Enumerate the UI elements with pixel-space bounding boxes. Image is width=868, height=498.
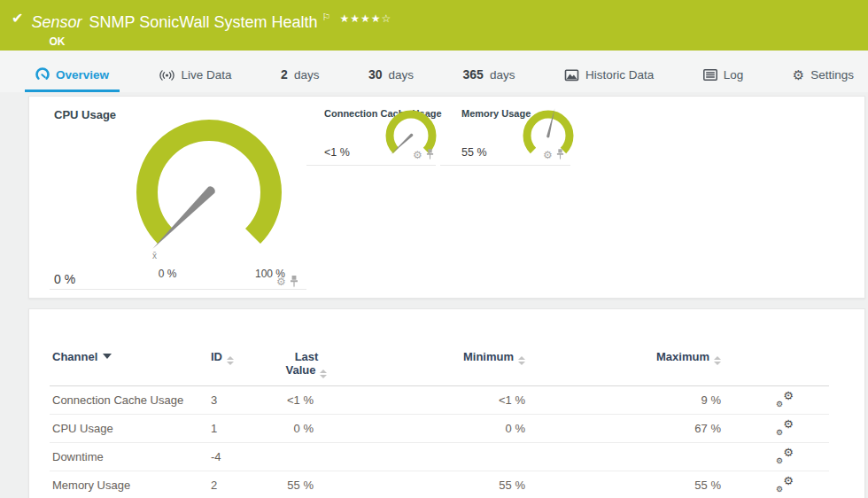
- priority-flag-icon[interactable]: ⚐: [322, 12, 331, 22]
- channel-name[interactable]: Downtime: [50, 443, 211, 471]
- channel-name[interactable]: CPU Usage: [50, 415, 211, 443]
- tab-historic-data[interactable]: Historic Data: [554, 61, 664, 92]
- area-chart-icon: [564, 69, 579, 82]
- cpu-current-value: 0 %: [54, 272, 75, 286]
- page-title: SNMP SonicWall System Health: [89, 13, 317, 31]
- panel-gear-icon[interactable]: ⚙: [276, 276, 286, 287]
- connection-cache-value: <1 %: [324, 146, 350, 159]
- sort-icon: [227, 356, 234, 365]
- priority-stars[interactable]: ★★★★☆: [339, 12, 391, 25]
- channel-settings-icon[interactable]: ⚙⚙: [776, 420, 794, 434]
- column-header-last-value[interactable]: Last Value: [283, 345, 347, 386]
- object-kind-label: Sensor: [31, 13, 81, 31]
- tab-settings[interactable]: ⚙ Settings: [782, 61, 864, 92]
- tab-365-days[interactable]: 365 days: [453, 60, 526, 92]
- pin-icon[interactable]: [426, 149, 434, 160]
- tab-live-data[interactable]: Live Data: [148, 61, 243, 92]
- sort-icon: [714, 356, 721, 365]
- gauge-icon: [35, 67, 50, 82]
- table-row: Memory Usage 2 55 % 55 % 55 % ⚙⚙: [50, 471, 829, 498]
- memory-value: 55 %: [461, 146, 487, 159]
- table-row: Connection Cache Usage 3 <1 % <1 % 9 % ⚙…: [50, 386, 829, 415]
- panel-gear-icon[interactable]: ⚙: [543, 150, 553, 160]
- column-header-id[interactable]: ID: [211, 345, 283, 386]
- sensor-status-bar: ✔ SensorSNMP SonicWall System Health⚐★★★…: [0, 0, 868, 51]
- tab-log[interactable]: Log: [693, 61, 755, 92]
- tab-30-days[interactable]: 30 days: [358, 60, 424, 92]
- broadcast-icon: [159, 69, 175, 82]
- sort-icon: [518, 356, 525, 365]
- cpu-gauge: [120, 104, 298, 281]
- channel-settings-icon[interactable]: ⚙⚙: [776, 477, 794, 491]
- table-row: Downtime -4 ⚙⚙: [50, 443, 829, 471]
- tab-bar: Overview Live Data 2 days 30 days 365 da…: [0, 51, 868, 92]
- column-header-minimum[interactable]: Minimum: [347, 345, 546, 386]
- column-header-channel[interactable]: Channel: [50, 345, 211, 386]
- channels-panel: Channel ID Last Value Minimum Maximum Co…: [28, 308, 865, 498]
- connection-cache-gauge-panel: Connection Cache Usage <1 % ⚙: [306, 97, 436, 166]
- panel-gear-icon[interactable]: ⚙: [413, 150, 422, 160]
- cpu-gauge-min-label: 0 %: [143, 268, 192, 280]
- column-header-actions: [740, 345, 829, 386]
- cpu-gauge-title: CPU Usage: [54, 108, 116, 121]
- gear-icon: ⚙: [793, 69, 804, 82]
- cpu-panel-actions[interactable]: ⚙: [276, 276, 298, 288]
- column-header-maximum[interactable]: Maximum: [546, 345, 740, 386]
- channel-name[interactable]: Connection Cache Usage: [50, 386, 211, 415]
- sort-desc-icon: [103, 354, 112, 359]
- channels-table: Channel ID Last Value Minimum Maximum Co…: [50, 345, 829, 498]
- tab-2-days[interactable]: 2 days: [270, 60, 329, 92]
- tab-overview[interactable]: Overview: [25, 60, 120, 92]
- status-badge: OK: [49, 35, 391, 48]
- channel-settings-icon[interactable]: ⚙⚙: [776, 448, 794, 463]
- channel-name[interactable]: Memory Usage: [50, 471, 211, 498]
- ok-check-icon: ✔: [0, 0, 31, 27]
- pin-icon[interactable]: [556, 149, 564, 160]
- memory-gauge-panel: Memory Usage 55 % ⚙: [440, 97, 570, 166]
- channel-settings-icon[interactable]: ⚙⚙: [776, 392, 794, 406]
- table-row: CPU Usage 1 0 % 0 % 67 % ⚙⚙: [50, 415, 829, 443]
- sort-icon: [320, 370, 327, 378]
- pin-icon[interactable]: [290, 276, 298, 288]
- cpu-gauge-mean-marker: x̄: [152, 251, 157, 261]
- connection-cache-panel-actions[interactable]: ⚙: [413, 149, 434, 160]
- cpu-panel-divider: [50, 289, 306, 290]
- memory-panel-actions[interactable]: ⚙: [543, 149, 564, 160]
- gauges-panel: CPU Usage x̄ 0 % 100 % 0 % ⚙ Connection …: [28, 96, 865, 299]
- log-list-icon: [703, 69, 717, 81]
